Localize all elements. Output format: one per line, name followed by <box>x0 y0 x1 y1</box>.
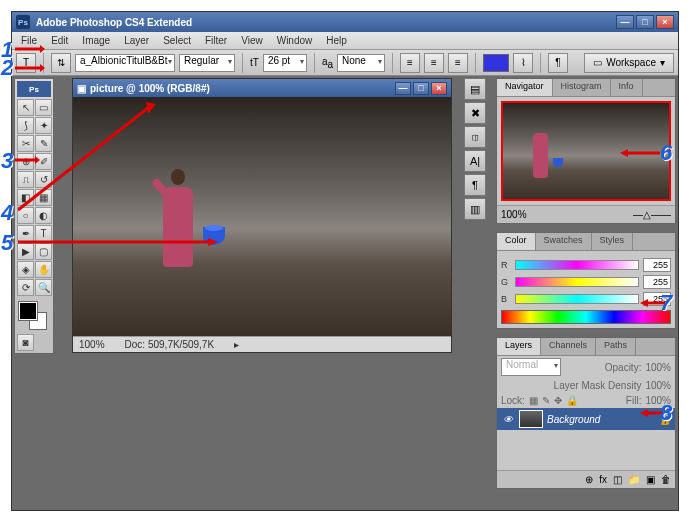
char-panel-icon[interactable]: ¶ <box>548 53 568 73</box>
doc-size: Doc: 509,7K/509,7K <box>125 339 215 350</box>
tab-color[interactable]: Color <box>497 233 536 250</box>
doc-close-button[interactable]: × <box>431 82 447 95</box>
lock-all-icon[interactable]: 🔒 <box>566 395 578 406</box>
options-bar: T ⇅ a_AlbionicTitulB&Bt Regular tT 26 pt… <box>12 50 678 76</box>
orientation-icon[interactable]: ⇅ <box>51 53 71 73</box>
menu-view[interactable]: View <box>234 33 270 48</box>
doc-maximize-button[interactable]: □ <box>413 82 429 95</box>
separator <box>475 53 476 73</box>
zoom-slider[interactable]: —△—— <box>633 209 671 220</box>
antialias-select[interactable]: None <box>337 54 385 72</box>
tool-presets-icon[interactable]: ▥ <box>464 198 486 220</box>
lock-pixels-icon[interactable]: ✎ <box>542 395 550 406</box>
menu-help[interactable]: Help <box>319 33 354 48</box>
warp-text-icon[interactable]: ⌇ <box>513 53 533 73</box>
text-color-swatch[interactable] <box>483 54 509 72</box>
r-label: R <box>501 260 511 270</box>
workspace-button[interactable]: ▭ Workspace ▾ <box>584 53 674 73</box>
nav-zoom[interactable]: 100% <box>501 209 527 220</box>
brushes-icon[interactable]: ⎅ <box>464 126 486 148</box>
foreground-color-swatch[interactable] <box>19 302 37 320</box>
arrow-6 <box>620 148 660 158</box>
document-titlebar[interactable]: ▣ picture @ 100% (RGB/8#) — □ × <box>73 79 451 97</box>
callout-7: 7 <box>660 290 672 316</box>
tools-preset-icon[interactable]: ✖ <box>464 102 486 124</box>
callout-3: 3 <box>1 148 13 174</box>
rotate-tool[interactable]: ⟳ <box>17 279 34 296</box>
align-left-icon[interactable]: ≡ <box>400 53 420 73</box>
hand-tool[interactable]: ✋ <box>35 261 52 278</box>
tab-swatches[interactable]: Swatches <box>536 233 592 250</box>
callout-6: 6 <box>660 140 672 166</box>
chevron-right-icon[interactable]: ▸ <box>234 339 239 350</box>
opacity-label: Opacity: <box>605 362 642 373</box>
document-status-bar: 100% Doc: 509,7K/509,7K ▸ <box>73 336 451 352</box>
tab-paths[interactable]: Paths <box>596 338 636 355</box>
quickmask-tool[interactable]: ◙ <box>17 334 34 351</box>
3d-tool[interactable]: ◈ <box>17 261 34 278</box>
layer-thumbnail[interactable] <box>519 410 543 428</box>
menu-filter[interactable]: Filter <box>198 33 234 48</box>
font-family-select[interactable]: a_AlbionicTitulB&Bt <box>75 54 175 72</box>
callout-5: 5 <box>1 230 13 256</box>
tab-histogram[interactable]: Histogram <box>553 79 611 96</box>
layer-name: Background <box>547 414 600 425</box>
document-title: picture @ 100% (RGB/8#) <box>90 83 210 94</box>
delete-layer-icon[interactable]: 🗑 <box>661 474 671 485</box>
lock-transparency-icon[interactable]: ▦ <box>529 395 538 406</box>
separator <box>314 53 315 73</box>
ps-logo-icon: Ps <box>16 15 30 29</box>
character-icon[interactable]: A| <box>464 150 486 172</box>
lock-position-icon[interactable]: ✥ <box>554 395 562 406</box>
separator <box>540 53 541 73</box>
menu-edit[interactable]: Edit <box>44 33 75 48</box>
arrange-icon[interactable]: ▤ <box>464 78 486 100</box>
arrow-1 <box>15 44 45 54</box>
new-layer-icon[interactable]: ▣ <box>646 474 655 485</box>
layer-style-icon[interactable]: fx <box>599 474 607 485</box>
tools-header-icon[interactable]: Ps <box>17 81 51 97</box>
minimize-button[interactable]: — <box>616 15 634 29</box>
font-size-select[interactable]: 26 pt <box>263 54 307 72</box>
menu-select[interactable]: Select <box>156 33 198 48</box>
b-slider[interactable] <box>515 294 639 304</box>
color-spectrum[interactable] <box>501 310 671 324</box>
g-label: G <box>501 277 511 287</box>
collapsed-panel-dock: ▤ ✖ ⎅ A| ¶ ▥ <box>464 78 486 220</box>
menu-window[interactable]: Window <box>270 33 320 48</box>
zoom-tool[interactable]: 🔍 <box>35 279 52 296</box>
menu-layer[interactable]: Layer <box>117 33 156 48</box>
menu-bar: File Edit Image Layer Select Filter View… <box>12 32 678 50</box>
new-group-icon[interactable]: 📁 <box>628 474 640 485</box>
g-slider[interactable] <box>515 277 639 287</box>
tab-navigator[interactable]: Navigator <box>497 79 553 96</box>
layer-mask-icon[interactable]: ◫ <box>613 474 622 485</box>
g-value[interactable] <box>643 275 671 289</box>
zoom-level[interactable]: 100% <box>79 339 105 350</box>
close-button[interactable]: × <box>656 15 674 29</box>
visibility-eye-icon[interactable]: 👁 <box>501 412 515 426</box>
maximize-button[interactable]: □ <box>636 15 654 29</box>
tab-info[interactable]: Info <box>611 79 643 96</box>
density-value[interactable]: 100% <box>645 380 671 391</box>
b-label: B <box>501 294 511 304</box>
align-center-icon[interactable]: ≡ <box>424 53 444 73</box>
arrow-4 <box>18 100 158 215</box>
doc-minimize-button[interactable]: — <box>395 82 411 95</box>
link-layers-icon[interactable]: ⊕ <box>585 474 593 485</box>
font-style-select[interactable]: Regular <box>179 54 235 72</box>
svg-marker-3 <box>40 64 45 72</box>
tab-layers[interactable]: Layers <box>497 338 541 355</box>
lock-label: Lock: <box>501 395 525 406</box>
opacity-value[interactable]: 100% <box>645 362 671 373</box>
layers-empty-area <box>497 430 675 470</box>
callout-8: 8 <box>660 400 672 426</box>
r-slider[interactable] <box>515 260 639 270</box>
r-value[interactable] <box>643 258 671 272</box>
tab-channels[interactable]: Channels <box>541 338 596 355</box>
tab-styles[interactable]: Styles <box>592 233 634 250</box>
menu-image[interactable]: Image <box>75 33 117 48</box>
align-right-icon[interactable]: ≡ <box>448 53 468 73</box>
blend-mode-select[interactable]: Normal <box>501 358 561 376</box>
paragraph-icon[interactable]: ¶ <box>464 174 486 196</box>
